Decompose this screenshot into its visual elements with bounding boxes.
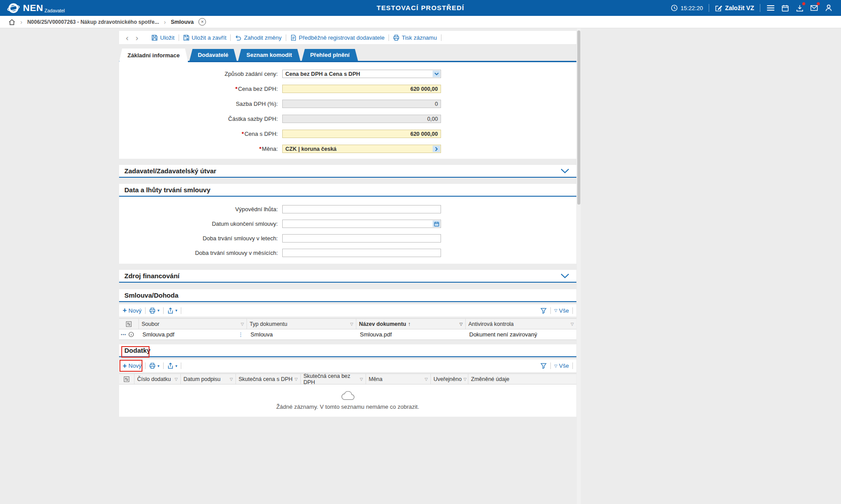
- column-header-typ-dokumentu[interactable]: Typ dokumentu ▽: [247, 319, 356, 329]
- column-header-mena[interactable]: Měna ▽: [366, 374, 431, 384]
- column-header-soubor[interactable]: Soubor ▽: [139, 319, 247, 329]
- notice-period-input[interactable]: [282, 205, 441, 213]
- filter-triangle-icon[interactable]: ▽: [425, 377, 428, 381]
- cell-soubor[interactable]: Smlouva.pdf ⋮: [139, 329, 247, 340]
- contract-table-row[interactable]: ••• Smlouva.pdf ⋮ Smlouva Smlouva.pdf Do…: [119, 329, 576, 340]
- row-actions-icon[interactable]: ⋮: [238, 332, 243, 338]
- section-contracting-authority[interactable]: Zadavatel/Zadavatelský útvar: [119, 165, 576, 178]
- save-and-close-button[interactable]: Uložit a zavřít: [183, 34, 227, 41]
- column-header-uverejneno[interactable]: Uveřejněno ▽: [431, 374, 468, 384]
- section-contract-agreement: Smlouva/Dohoda: [119, 289, 576, 302]
- toolbar-separator: [441, 34, 441, 41]
- filter-triangle-icon[interactable]: ▽: [571, 322, 574, 326]
- amendments-print-button[interactable]: ▾: [149, 362, 160, 369]
- currency-label: *Měna:: [119, 146, 278, 152]
- tab-seznam-komodit[interactable]: Seznam komodit: [238, 49, 300, 61]
- contract-show-all-button[interactable]: ▽ Vše: [554, 307, 569, 314]
- plus-icon: +: [123, 362, 127, 370]
- contract-new-button[interactable]: + Nový: [123, 307, 142, 314]
- print-record-button[interactable]: Tisk záznamu: [393, 34, 437, 41]
- filter-triangle-icon[interactable]: ▽: [360, 377, 363, 381]
- filter-triangle-icon[interactable]: ▽: [295, 377, 298, 381]
- discard-changes-button[interactable]: Zahodit změny: [235, 34, 281, 41]
- chevron-down-icon[interactable]: [561, 168, 569, 173]
- mail-icon: [810, 4, 818, 12]
- net-price-label: *Cena bez DPH:: [119, 86, 278, 92]
- date-picker-icon[interactable]: [433, 220, 440, 227]
- download-icon: [796, 4, 804, 12]
- filter-triangle-icon[interactable]: ▽: [463, 377, 467, 381]
- filter-triangle-icon[interactable]: ▽: [175, 377, 178, 381]
- close-record-button[interactable]: ×: [198, 18, 206, 26]
- tab-dodavatele[interactable]: Dodavatelé: [189, 49, 236, 61]
- tab-prehled-plneni[interactable]: Přehled plnění: [302, 49, 358, 61]
- sort-asc-icon: ↑: [408, 321, 411, 327]
- toolbar-separator: [550, 362, 551, 369]
- column-header-cislo-dodatku[interactable]: Číslo dodatku ▽: [135, 374, 181, 384]
- section-amendments: Dodatky: [119, 344, 576, 357]
- end-date-input[interactable]: [282, 220, 441, 228]
- prev-record-button[interactable]: ‹: [124, 34, 130, 42]
- chevron-down-icon[interactable]: [561, 273, 569, 278]
- price-method-select[interactable]: Cena bez DPH a Cena s DPH: [282, 70, 441, 78]
- column-header-antivirova-kontrola[interactable]: Antivirová kontrola ▽: [466, 319, 576, 329]
- filter-triangle-icon[interactable]: ▽: [460, 322, 463, 326]
- column-header-nazev-dokumentu[interactable]: Název dokumentu ↑ ▽: [356, 319, 466, 329]
- menu-button[interactable]: [766, 4, 775, 12]
- calendar-button[interactable]: [781, 4, 789, 12]
- toolbar-separator: [163, 307, 164, 314]
- section-contract-dates: Data a lhůty trvání smlouvy: [119, 184, 576, 197]
- currency-picker[interactable]: CZK | koruna česká: [282, 145, 441, 153]
- home-button[interactable]: [8, 19, 15, 26]
- price-method-label: Způsob zadání ceny:: [119, 71, 278, 77]
- app-header: NEN Zadavatel TESTOVACÍ PROSTŘEDÍ 15:22:…: [0, 0, 841, 16]
- column-settings-button[interactable]: [119, 374, 135, 384]
- brand-subtitle: Zadavatel: [45, 8, 65, 13]
- gross-price-input[interactable]: 620 000,00: [282, 130, 441, 138]
- column-header-zmenene-udaje[interactable]: Změněné údaje: [468, 374, 576, 384]
- downloads-button[interactable]: [795, 4, 804, 12]
- scrollbar-thumb[interactable]: [577, 30, 580, 205]
- filter-triangle-icon[interactable]: ▽: [350, 322, 353, 326]
- breadcrumb: › N006/25/V00007263 - Nákup zdravotnické…: [0, 16, 841, 28]
- create-vz-button[interactable]: Založit VZ: [715, 4, 754, 12]
- toolbar-separator: [286, 34, 286, 41]
- contract-export-button[interactable]: ▾: [167, 307, 178, 314]
- save-button[interactable]: Uložit: [151, 34, 175, 41]
- next-record-button[interactable]: ›: [134, 34, 140, 42]
- nen-logo[interactable]: NEN Zadavatel: [7, 2, 65, 15]
- amendments-filter-button[interactable]: [540, 362, 547, 369]
- tab-zakladni-informace[interactable]: Základní informace: [119, 49, 188, 62]
- toolbar-separator: [389, 34, 389, 41]
- info-icon[interactable]: [128, 332, 134, 337]
- chevron-down-icon: ▾: [176, 308, 178, 313]
- amendments-export-button[interactable]: ▾: [167, 362, 178, 369]
- chevron-down-icon[interactable]: [433, 71, 440, 77]
- column-header-skutecna-cena-bez-dph[interactable]: Skutečná cena bez DPH ▽: [301, 374, 366, 384]
- cloud-icon: [340, 391, 355, 400]
- column-settings-button[interactable]: [119, 319, 139, 329]
- profile-button[interactable]: [824, 4, 833, 12]
- chevron-down-icon: ▾: [157, 308, 160, 313]
- breadcrumb-record-link[interactable]: N006/25/V00007263 - Nákup zdravotnického…: [27, 19, 159, 25]
- duration-years-input[interactable]: [282, 234, 441, 243]
- filter-triangle-icon[interactable]: ▽: [230, 377, 233, 381]
- amendments-empty-state: Žádné záznamy. V tomto seznamu nemáme co…: [119, 385, 576, 417]
- amendments-show-all-button[interactable]: ▽ Vše: [554, 362, 569, 369]
- contract-print-button[interactable]: ▾: [149, 307, 160, 314]
- tab-bar: Základní informace Dodavatelé Seznam kom…: [119, 49, 358, 61]
- column-header-datum-podpisu[interactable]: Datum podpisu ▽: [181, 374, 236, 384]
- filter-triangle-icon[interactable]: ▽: [241, 322, 244, 326]
- section-funding-source[interactable]: Zdroj financování: [119, 270, 576, 283]
- amendments-new-button[interactable]: + Nový: [123, 362, 142, 370]
- vertical-scrollbar[interactable]: [577, 28, 581, 504]
- row-menu-icon[interactable]: •••: [121, 332, 126, 337]
- duration-months-input[interactable]: [282, 249, 441, 257]
- messages-button[interactable]: [810, 4, 819, 12]
- net-price-input[interactable]: 620 000,00: [282, 85, 441, 93]
- preregister-supplier-button[interactable]: Předběžně registrovat dodavatele: [290, 34, 385, 41]
- filter-triangle-icon: ▽: [554, 308, 557, 313]
- chevron-right-icon[interactable]: [433, 146, 440, 152]
- column-header-skutecna-cena-s-dph[interactable]: Skutečná cena s DPH ▽: [236, 374, 301, 384]
- contract-filter-button[interactable]: [540, 307, 547, 314]
